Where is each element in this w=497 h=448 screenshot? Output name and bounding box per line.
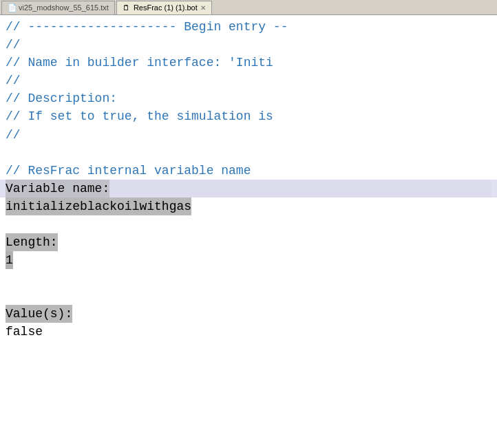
document-icon-2: 🗒 — [123, 3, 131, 12]
line-variable-name-label: Variable name: — [0, 180, 497, 198]
line-text: // — [6, 36, 21, 54]
variable-name-spacer — [109, 180, 491, 198]
variable-name-value: initializeblackoilwithgas — [6, 198, 191, 215]
tab-file2[interactable]: 🗒 ResFrac (1) (1).bot ✕ — [116, 1, 212, 14]
line-4: // — [0, 72, 497, 89]
line-6: // If set to true, the simulation is — [0, 107, 497, 125]
line-8 — [0, 144, 497, 162]
tab-bar: 📄 vi25_modshow_55_615.txt 🗒 ResFrac (1) … — [0, 0, 497, 15]
line-2: // — [0, 36, 497, 54]
false-value: false — [6, 323, 43, 341]
line-false-value: false — [0, 323, 497, 341]
length-value: 1 — [6, 251, 13, 269]
length-label: Length: — [6, 233, 58, 251]
tab-file1[interactable]: 📄 vi25_modshow_55_615.txt — [1, 1, 115, 14]
line-text: // ResFrac internal variable name — [6, 162, 251, 180]
line-text: // — [6, 126, 21, 144]
close-icon[interactable]: ✕ — [200, 4, 206, 12]
line-text: // — [6, 72, 21, 89]
document-icon: 📄 — [8, 3, 16, 12]
line-empty-mid2 — [0, 287, 497, 305]
line-1: // -------------------- Begin entry -- — [0, 18, 497, 36]
line-7: // — [0, 126, 497, 144]
line-values-label: Value(s): — [0, 305, 497, 323]
line-text: // Description: — [6, 89, 117, 107]
tab-file1-label: vi25_modshow_55_615.txt — [19, 3, 109, 12]
tab-file2-label: ResFrac (1) (1).bot — [134, 3, 198, 12]
line-3: // Name in builder interface: 'Initi — [0, 54, 497, 72]
variable-name-label: Variable name: — [6, 180, 109, 198]
line-variable-name-value: initializeblackoilwithgas — [0, 198, 497, 215]
line-length-value: 1 — [0, 251, 497, 269]
values-label: Value(s): — [6, 305, 72, 323]
code-area: // -------------------- Begin entry -- /… — [0, 15, 497, 448]
line-empty-after-var — [0, 215, 497, 233]
line-9: // ResFrac internal variable name — [0, 162, 497, 180]
line-empty-mid — [0, 269, 497, 287]
line-text: // Name in builder interface: 'Initi — [6, 54, 273, 72]
line-5: // Description: — [0, 89, 497, 107]
line-text: // If set to true, the simulation is — [6, 107, 273, 125]
line-text: // -------------------- Begin entry -- — [6, 18, 288, 36]
line-length-label: Length: — [0, 233, 497, 251]
